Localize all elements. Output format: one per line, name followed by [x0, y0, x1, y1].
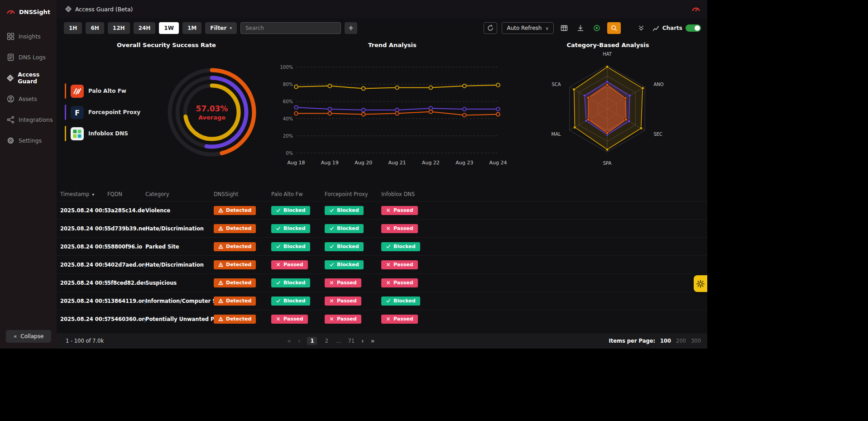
table-row[interactable]: 2025.08.24 00:59:195d739b39.netHate/Disc… — [57, 219, 707, 237]
page-button-1[interactable]: 1 — [307, 337, 317, 345]
svg-text:Aug 18: Aug 18 — [287, 160, 305, 166]
sidebar-item-assets[interactable]: Assets — [0, 88, 57, 109]
results-range-text: 1 - 100 of 7.0k — [66, 338, 104, 344]
time-range-button-24h[interactable]: 24H — [134, 22, 156, 34]
log-table: Timestamp▾FQDNCategoryDNSSightPalo Alto … — [57, 187, 707, 328]
charts-section: Overall Security Success Rate Palo Alto … — [57, 38, 707, 184]
legend-item-infoblox-dns[interactable]: Infoblox DNS — [65, 126, 140, 141]
fqdn-cell: 5f8ced82.dev — [107, 280, 145, 286]
sidebar-item-label: Integrations — [19, 116, 53, 123]
legend-item-palo-alto-fw[interactable]: Palo Alto Fw — [65, 83, 140, 99]
refresh-button[interactable] — [484, 22, 497, 34]
next-page-button[interactable]: › — [361, 337, 364, 344]
table-icon — [561, 24, 568, 32]
warn-icon — [218, 208, 223, 213]
add-filter-button[interactable]: + — [345, 22, 357, 34]
collapse-charts-button[interactable] — [635, 22, 647, 34]
previous-page-button[interactable]: ‹ — [298, 337, 301, 344]
cross-icon — [329, 280, 334, 285]
magnifier-icon — [610, 24, 618, 32]
filter-button[interactable]: Filter ▾ — [205, 22, 237, 34]
table-row[interactable]: 2025.08.24 00:59:195f8ced82.devSuspiciou… — [57, 273, 707, 292]
palo-alto-icon — [71, 85, 84, 98]
column-header-label: Palo Alto Fw — [271, 191, 303, 197]
chevron-down-icon: ∨ — [545, 26, 548, 31]
timestamp-cell: 2025.08.24 00:59:19 — [60, 298, 107, 304]
svg-text:SEC: SEC — [653, 132, 662, 137]
sidebar-item-label: DNS Logs — [19, 54, 46, 61]
forcepoint-icon: F — [71, 106, 84, 119]
table-row[interactable]: 2025.08.24 00:59:1913864119.orgInformati… — [57, 292, 707, 310]
share-nodes-icon — [7, 116, 14, 124]
gauge-panel: Overall Security Success Rate Palo Alto … — [57, 38, 276, 184]
timestamp-cell: 2025.08.24 00:59:19 — [60, 244, 107, 250]
table-row[interactable]: 2025.08.24 00:59:19402d7aed.orgHate/Disc… — [57, 255, 707, 273]
sort-caret-icon[interactable]: ▾ — [92, 192, 94, 197]
time-range-button-1w[interactable]: 1W — [159, 22, 179, 34]
status-badge-passed: Passed — [381, 206, 418, 215]
time-range-button-6h[interactable]: 6H — [86, 22, 104, 34]
time-range-button-1h[interactable]: 1H — [64, 22, 82, 34]
time-range-button-1m[interactable]: 1M — [182, 22, 201, 34]
table-header-row: Timestamp▾FQDNCategoryDNSSightPalo Alto … — [57, 187, 707, 201]
time-range-button-12h[interactable]: 12H — [108, 22, 130, 34]
forcepoint-proxy-cell: Blocked — [325, 206, 381, 215]
live-pulse-button[interactable] — [591, 22, 603, 34]
sidebar-item-settings[interactable]: Settings — [0, 130, 57, 151]
svg-text:Aug 22: Aug 22 — [422, 160, 440, 166]
radar-panel: Category-Based Analysis HATANOSECSPAMALS… — [508, 38, 707, 184]
category-cell: Violence — [145, 207, 214, 214]
app-window: DNSSight InsightsDNS LogsAccess GuardAss… — [0, 0, 707, 349]
table-row[interactable]: 2025.08.24 00:59:1958800f96.ioParked Sit… — [57, 237, 707, 255]
palo-alto-fw-cell: Blocked — [271, 278, 325, 287]
chart-line-icon — [652, 25, 659, 32]
feedback-widget-button[interactable] — [694, 275, 707, 292]
column-header-label: Infoblox DNS — [381, 191, 415, 197]
svg-text:0%: 0% — [286, 151, 293, 156]
charts-toggle-switch[interactable] — [686, 24, 701, 32]
svg-text:60%: 60% — [283, 99, 293, 104]
last-page-button[interactable]: » — [371, 337, 375, 344]
pulse-circle-icon — [593, 24, 600, 32]
sidebar-item-label: Access Guard — [18, 71, 57, 85]
sidebar-item-access-guard[interactable]: Access Guard — [0, 67, 57, 88]
column-header-infoblox-dns: Infoblox DNS — [381, 191, 440, 197]
cross-icon — [386, 316, 391, 321]
column-header-label: Timestamp — [60, 191, 89, 197]
table-view-button[interactable] — [558, 22, 570, 34]
table-row[interactable]: 2025.08.24 00:59:193a285c14.devViolenceD… — [57, 201, 707, 219]
sidebar-item-integrations[interactable]: Integrations — [0, 109, 57, 130]
status-badge-blocked: Blocked — [381, 242, 420, 251]
first-page-button[interactable]: « — [287, 337, 291, 344]
check-icon — [329, 262, 334, 267]
trend-panel: Trend Analysis 0%20%40%60%80%100%Aug 18A… — [276, 38, 508, 184]
app-name: DNSSight — [19, 9, 50, 15]
page-size-option-200[interactable]: 200 — [676, 338, 686, 344]
column-header-forcepoint-proxy: Forcepoint Proxy — [325, 191, 381, 197]
sidebar-item-insights[interactable]: Insights — [0, 26, 57, 47]
download-button[interactable] — [575, 22, 586, 34]
user-circle-icon — [7, 95, 14, 103]
status-badge-blocked: Blocked — [381, 297, 420, 306]
infoblox-dns-cell: Blocked — [381, 297, 440, 306]
dnssight-cell: Detected — [214, 260, 271, 269]
search-input[interactable] — [240, 22, 341, 34]
column-header-label: Forcepoint Proxy — [325, 191, 368, 197]
timestamp-cell: 2025.08.24 00:59:19 — [60, 262, 107, 268]
sidebar-item-dns-logs[interactable]: DNS Logs — [0, 47, 57, 67]
trend-chart: 0%20%40%60%80%100%Aug 18Aug 19Aug 20Aug … — [277, 61, 508, 172]
double-chevron-left-icon: « — [14, 333, 17, 340]
legend-item-forcepoint-proxy[interactable]: FForcepoint Proxy — [65, 105, 140, 120]
page-button-71[interactable]: 71 — [348, 338, 355, 344]
collapse-button[interactable]: « Collapse — [6, 330, 51, 343]
table-row[interactable]: 2025.08.24 00:59:1975460360.orgPotential… — [57, 310, 707, 328]
page-size-option-300[interactable]: 300 — [691, 338, 701, 344]
category-cell: Potentially Unwanted Programs — [145, 316, 214, 322]
auto-refresh-dropdown[interactable]: Auto Refresh ∨ — [502, 22, 553, 34]
column-header-dnssight: DNSSight — [214, 191, 271, 197]
dnssight-logo-icon — [6, 7, 16, 17]
status-badge-detected: Detected — [214, 315, 256, 324]
deep-search-button[interactable] — [607, 22, 621, 34]
page-size-option-100[interactable]: 100 — [660, 338, 671, 344]
page-button-2[interactable]: 2 — [324, 338, 329, 344]
